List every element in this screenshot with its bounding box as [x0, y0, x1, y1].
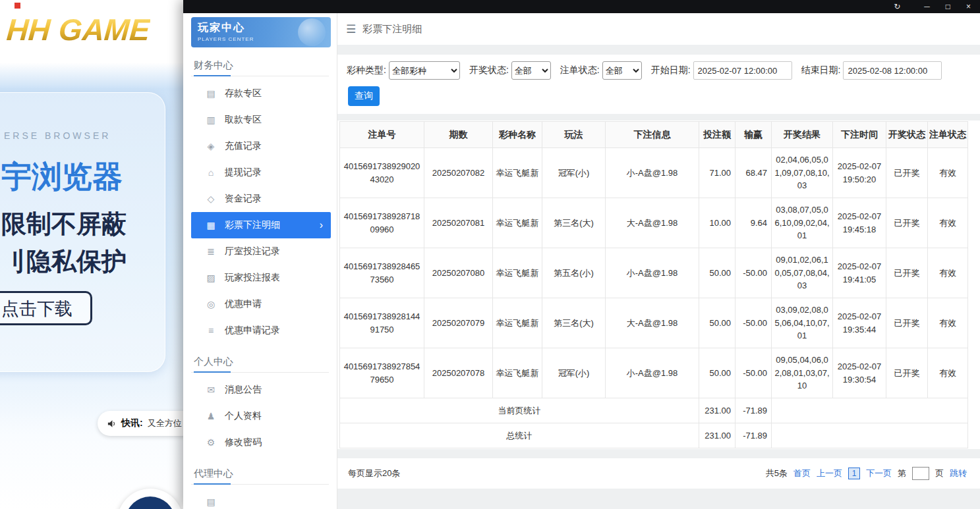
promo-apply-record-icon: ≡ — [206, 325, 216, 336]
site-logo: HH GAME — [5, 12, 151, 47]
ticker-label: 快讯: — [121, 417, 143, 429]
jump-prefix-label: 第 — [898, 468, 906, 479]
chevron-right-icon: › — [320, 219, 331, 231]
table-row: 401569173892846573560 20250207080 幸运飞艇新 … — [340, 248, 968, 298]
first-page-link[interactable]: 首页 — [793, 468, 811, 479]
hamburger-icon[interactable]: ☰ — [346, 22, 356, 36]
col-order-status: 注单状态 — [928, 122, 968, 148]
bet-table: 注单号 期数 彩种名称 玩法 下注信息 投注额 输赢 开奖结果 下注时间 开奖状… — [339, 121, 968, 448]
col-bet-id: 注单号 — [340, 122, 424, 148]
sidebar-item-recharge-record[interactable]: ◈ 充值记录 — [191, 133, 331, 159]
promo-line-2: 刂隐私保护 — [1, 245, 127, 279]
page-summary-row: 当前页统计 231.00 -71.89 — [340, 398, 968, 423]
sidebar-item-player-bet-report[interactable]: ▨ 玩家投注报表 — [191, 265, 331, 291]
total-count-text: 共5条 — [766, 468, 788, 479]
window-titlebar: ↻ ─ □ × — [183, 0, 980, 13]
refresh-icon[interactable]: ↻ — [894, 3, 900, 11]
section-personal: 个人中心 — [191, 349, 329, 373]
sidebar-item-promo-apply[interactable]: ◎ 优惠申请 — [191, 291, 331, 317]
deposit-icon: ▤ — [206, 88, 216, 99]
table-row: 401569173892902043020 20250207082 幸运飞艇新 … — [340, 148, 968, 198]
order-status-select[interactable]: 全部 — [602, 61, 642, 80]
col-draw-status: 开奖状态 — [886, 122, 928, 148]
query-button[interactable]: 查询 — [348, 86, 380, 106]
promo-apply-icon: ◎ — [206, 299, 216, 309]
start-date-input[interactable] — [693, 61, 792, 80]
gear-icon: ⚙ — [206, 437, 216, 448]
pagination-bar: 每页显示20条 共5条 首页 上一页 1 下一页 第 页 跳转 — [337, 458, 980, 489]
table-row: 401569173892814491750 20250207079 幸运飞艇新 … — [340, 298, 968, 348]
page-jump-input[interactable] — [912, 467, 929, 480]
filter-panel: 彩种类型: 全部彩种 开奖状态: 全部 注单状态: 全部 开始日期: 结束日期: — [337, 55, 980, 114]
funds-record-icon: ◇ — [206, 194, 216, 204]
current-page-button[interactable]: 1 — [848, 468, 860, 479]
lottery-type-select[interactable]: 全部彩种 — [389, 61, 460, 80]
page-title: 彩票下注明细 — [362, 23, 422, 36]
page-size-text: 每页显示20条 — [348, 468, 400, 479]
sidebar-item-withdrawal-record[interactable]: ⌂ 提现记录 — [191, 159, 331, 186]
badge-decoration — [117, 489, 183, 509]
sidebar-item-profile[interactable]: ♟ 个人资料 — [191, 403, 331, 429]
withdraw-icon: ▥ — [206, 115, 216, 125]
sidebar-item-hall-bet-record[interactable]: ≣ 厅室投注记录 — [191, 238, 331, 265]
draw-status-select[interactable]: 全部 — [511, 61, 551, 80]
start-date-label: 开始日期: — [651, 65, 691, 76]
globe-icon — [298, 18, 326, 46]
ticker-text: 又全方位 — [148, 417, 182, 429]
sidebar: 玩家中心 PLAYERS CENTER 财务中心 ▤ 存款专区 ▥ 取款专区 ◈… — [183, 13, 337, 509]
sidebar-header: 玩家中心 PLAYERS CENTER — [191, 17, 331, 47]
col-period: 期数 — [424, 122, 493, 148]
section-finance: 财务中心 — [191, 53, 329, 76]
end-date-label: 结束日期: — [801, 65, 841, 76]
sidebar-item-funds-record[interactable]: ◇ 资金记录 — [191, 186, 331, 212]
withdrawal-record-icon: ⌂ — [206, 167, 216, 178]
player-bet-report-icon: ▨ — [206, 273, 216, 283]
total-summary-row: 总统计 231.00 -71.89 — [340, 423, 968, 448]
close-icon[interactable]: × — [966, 3, 971, 11]
col-result: 开奖结果 — [772, 122, 833, 148]
sidebar-item-change-password[interactable]: ⚙ 修改密码 — [191, 429, 331, 456]
message-icon: ✉ — [206, 385, 216, 395]
lottery-bet-detail-icon: ▦ — [206, 220, 216, 230]
person-icon: ♟ — [206, 411, 216, 421]
col-amount: 投注额 — [699, 122, 735, 148]
jump-button[interactable]: 跳转 — [950, 468, 967, 479]
table-row: 401569173892871809960 20250207081 幸运飞艇新 … — [340, 198, 968, 248]
maximize-icon[interactable]: □ — [946, 3, 950, 11]
agent-item-icon: ▤ — [206, 496, 216, 507]
col-win-loss: 输赢 — [735, 122, 772, 148]
logo-accent — [14, 3, 20, 9]
bet-table-card: 注单号 期数 彩种名称 玩法 下注信息 投注额 输赢 开奖结果 下注时间 开奖状… — [337, 121, 980, 449]
section-accent — [194, 371, 231, 373]
jump-suffix-label: 页 — [935, 468, 944, 479]
promo-tagline: ERSE BROWSER — [4, 130, 111, 141]
page-summary-label: 当前页统计 — [340, 398, 699, 423]
table-header-row: 注单号 期数 彩种名称 玩法 下注信息 投注额 输赢 开奖结果 下注时间 开奖状… — [340, 122, 968, 148]
main-content: ☰ 彩票下注明细 彩种类型: 全部彩种 开奖状态: 全部 注单状态: 全部 — [337, 13, 980, 509]
lottery-type-label: 彩种类型: — [347, 65, 386, 76]
sidebar-item-messages[interactable]: ✉ 消息公告 — [191, 377, 331, 403]
next-page-link[interactable]: 下一页 — [866, 468, 892, 479]
sidebar-item-lottery-bet-detail[interactable]: ▦ 彩票下注明细 › — [191, 212, 331, 238]
col-bet-info: 下注信息 — [606, 122, 699, 148]
col-bet-time: 下注时间 — [833, 122, 886, 148]
minimize-icon[interactable]: ─ — [924, 3, 930, 11]
player-center-window: ↻ ─ □ × 玩家中心 PLAYERS CENTER 财务中心 ▤ 存款专区 … — [183, 0, 980, 509]
end-date-input[interactable] — [843, 61, 942, 80]
sidebar-item-agent-partial[interactable]: ▤ — [191, 489, 331, 509]
content-header: ☰ 彩票下注明细 — [337, 13, 980, 45]
draw-status-label: 开奖状态: — [469, 65, 509, 76]
recharge-record-icon: ◈ — [206, 141, 216, 151]
promo-title: 宇浏览器 — [1, 157, 123, 198]
col-play: 玩法 — [542, 122, 606, 148]
order-status-label: 注单状态: — [560, 65, 600, 76]
sidebar-item-deposit[interactable]: ▤ 存款专区 — [191, 80, 331, 107]
hall-bet-record-icon: ≣ — [206, 246, 216, 257]
background-page: HH GAME ERSE BROWSER 宇浏览器 限制不屏蔽 刂隐私保护 点击… — [0, 0, 183, 509]
sidebar-item-withdraw[interactable]: ▥ 取款专区 — [191, 107, 331, 133]
prev-page-link[interactable]: 上一页 — [817, 468, 842, 479]
sidebar-item-promo-apply-record[interactable]: ≡ 优惠申请记录 — [191, 317, 331, 344]
section-accent — [194, 483, 231, 485]
section-agent: 代理中心 — [191, 461, 329, 485]
download-button[interactable]: 点击下载 — [0, 291, 92, 325]
